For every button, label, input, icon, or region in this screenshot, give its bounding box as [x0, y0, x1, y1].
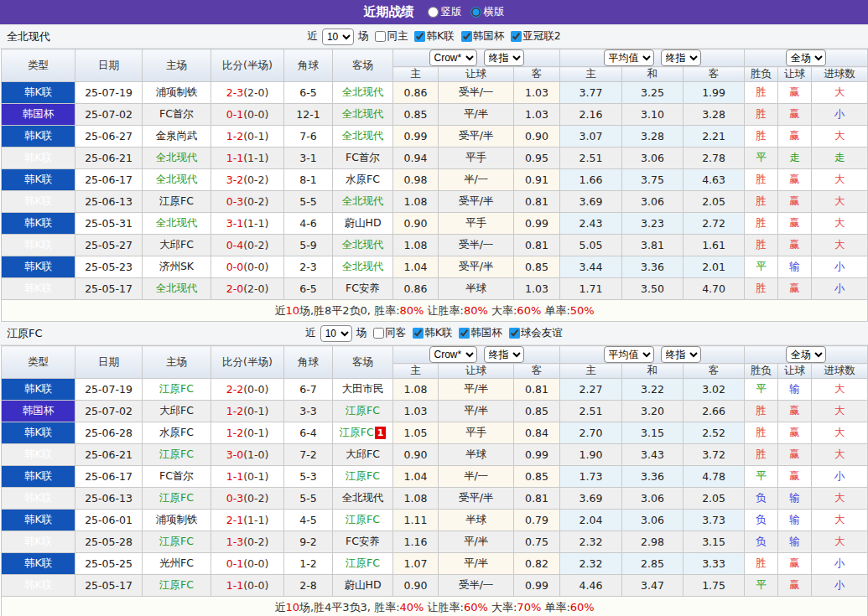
league-checkbox-2[interactable]	[511, 31, 522, 42]
league-type: 韩K联	[2, 126, 75, 148]
layout-option-horizontal[interactable]: 横版	[470, 5, 505, 19]
league-filter-2[interactable]: 球会友谊	[505, 326, 563, 340]
avg-odds-away: 3.15	[683, 531, 745, 553]
league-filter-1[interactable]: 韩国杯	[455, 326, 502, 340]
average-select[interactable]: 平均值	[604, 49, 654, 66]
league-checkbox-0[interactable]	[413, 328, 424, 339]
match-date: 25-06-21	[75, 444, 143, 466]
handicap-odds-away: 1.03	[514, 82, 560, 104]
avg-odds-draw: 3.23	[622, 213, 683, 235]
avg-odds-home: 1.66	[560, 169, 622, 191]
corner-score: 3-3	[284, 401, 333, 422]
league-checkbox-1[interactable]	[461, 31, 472, 42]
odds-time-select-2[interactable]: 终指	[661, 346, 701, 363]
league-type: 韩K联	[2, 553, 75, 575]
average-select[interactable]: 平均值	[604, 346, 654, 363]
avg-odds-home: 2.16	[560, 104, 622, 126]
league-type: 韩国杯	[2, 401, 75, 422]
league-type: 韩K联	[2, 148, 75, 169]
same-venue-filter[interactable]: 同主	[371, 29, 408, 44]
league-checkbox-0[interactable]	[414, 31, 425, 42]
col-result-handicap: 让球	[778, 364, 812, 379]
odds-time-select-2[interactable]: 终指	[661, 49, 701, 66]
away-team: 大邱FC	[333, 444, 393, 466]
league-filter-0[interactable]: 韩K联	[410, 29, 454, 44]
result-handicap: 赢	[778, 401, 812, 422]
col-avg-draw: 和	[622, 67, 683, 82]
handicap-odds-home: 0.90	[393, 444, 439, 466]
result-goals: 大	[812, 379, 868, 401]
col-date: 日期	[75, 346, 143, 379]
score-cell: 0-3(0-2)	[211, 191, 284, 213]
handicap-line: 受平/半	[439, 191, 514, 213]
odds-time-select-1[interactable]: 终指	[484, 49, 524, 66]
result-handicap: 赢	[778, 444, 812, 466]
avg-odds-draw: 3.81	[622, 235, 683, 256]
result-goals: 小	[812, 278, 868, 300]
home-team: 济州SK	[143, 256, 211, 278]
league-type: 韩K联	[2, 422, 75, 444]
result-wdl: 胜	[745, 82, 778, 104]
odds-time-select-1[interactable]: 终指	[484, 346, 524, 363]
avg-odds-away: 1.99	[683, 82, 745, 104]
vertical-radio[interactable]	[428, 7, 439, 18]
result-handicap: 赢	[778, 422, 812, 444]
league-filter-1[interactable]: 韩国杯	[457, 29, 505, 44]
bookmaker-select[interactable]: Crow*	[429, 346, 477, 363]
score-cell: 1-1(1-1)	[211, 148, 284, 169]
score-cell: 2-0(2-0)	[211, 278, 284, 300]
handicap-odds-away: 0.82	[514, 553, 560, 575]
avg-odds-draw: 3.06	[622, 148, 683, 169]
same-venue-checkbox[interactable]	[373, 328, 384, 339]
horizontal-radio[interactable]	[470, 7, 481, 18]
avg-odds-away: 2.05	[683, 191, 745, 213]
avg-odds-home: 2.32	[560, 553, 622, 575]
result-goals: 大	[812, 488, 868, 510]
match-date: 25-07-02	[75, 104, 143, 126]
league-filter-0[interactable]: 韩K联	[408, 326, 452, 340]
result-goals: 大	[812, 510, 868, 531]
result-goals: 走	[812, 148, 868, 169]
result-wdl: 胜	[745, 104, 778, 126]
match-date: 25-06-01	[75, 510, 143, 531]
corner-score: 5-5	[284, 191, 333, 213]
corner-score: 2-3	[284, 256, 333, 278]
match-date: 25-06-28	[75, 422, 143, 444]
avg-odds-draw: 3.25	[622, 82, 683, 104]
result-group-header: 全场	[745, 346, 868, 364]
col-avg-home: 主	[560, 364, 622, 379]
handicap-line: 受半/一	[439, 575, 514, 597]
league-filter-2[interactable]: 亚冠联2	[507, 29, 560, 44]
handicap-line: 平手	[439, 213, 514, 235]
avg-odds-draw: 3.36	[622, 466, 683, 488]
match-date: 25-06-17	[75, 466, 143, 488]
col-type: 类型	[2, 49, 75, 82]
score-cell: 1-3(0-2)	[211, 531, 284, 553]
home-team: 江原FC	[143, 488, 211, 510]
avg-odds-home: 2.51	[560, 401, 622, 422]
avg-odds-away: 3.02	[683, 379, 745, 401]
same-venue-checkbox[interactable]	[375, 31, 386, 42]
period-select[interactable]: 全场	[786, 346, 826, 363]
match-row: 韩K联25-06-17全北现代3-2(0-2)8-1水原FC0.98半/一0.9…	[2, 169, 868, 191]
match-count-select[interactable]: 10	[322, 28, 354, 45]
away-team: 全北现代	[333, 104, 393, 126]
near-label: 近	[305, 326, 316, 340]
period-select[interactable]: 全场	[786, 49, 826, 66]
layout-option-vertical[interactable]: 竖版	[428, 5, 462, 19]
bookmaker-select[interactable]: Crow*	[429, 49, 477, 66]
result-wdl: 负	[745, 531, 778, 553]
handicap-line: 半球	[439, 510, 514, 531]
handicap-odds-away: 0.81	[514, 235, 560, 256]
avg-odds-home: 1.90	[560, 444, 622, 466]
col-away: 客场	[333, 346, 393, 379]
avg-odds-draw: 3.06	[622, 488, 683, 510]
match-count-select[interactable]: 10	[320, 325, 352, 342]
league-checkbox-1[interactable]	[459, 328, 470, 339]
league-checkbox-2[interactable]	[509, 328, 520, 339]
handicap-odds-away: 1.03	[514, 278, 560, 300]
same-venue-filter[interactable]: 同客	[369, 326, 406, 340]
col-result-handicap: 让球	[778, 67, 812, 82]
match-row: 韩K联25-06-13江原FC0-3(0-2)5-5全北现代1.08受平/半0.…	[2, 191, 868, 213]
match-date: 25-06-13	[75, 488, 143, 510]
